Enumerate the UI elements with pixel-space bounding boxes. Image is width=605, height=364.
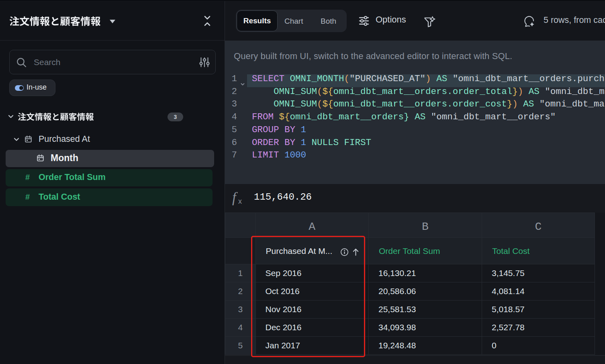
- svg-text:x: x: [238, 197, 242, 205]
- svg-text:f: f: [232, 190, 238, 205]
